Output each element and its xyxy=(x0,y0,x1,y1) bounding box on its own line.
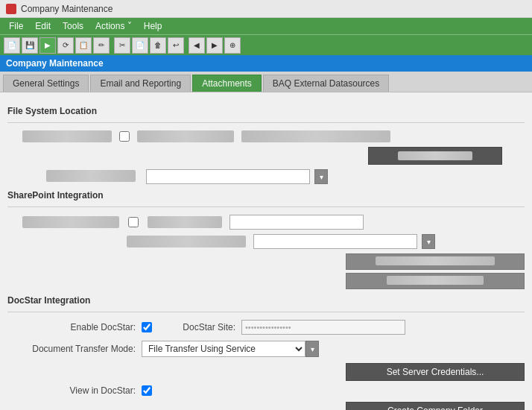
sp-row2: ▾ xyxy=(7,234,525,249)
transfer-mode-browse-btn[interactable]: ▾ xyxy=(305,341,319,357)
section-divider-3 xyxy=(7,312,525,312)
sp-action-btn1[interactable] xyxy=(346,253,525,270)
fs-pubmode-label-redacted xyxy=(46,170,136,182)
fs-field2-redacted xyxy=(137,130,234,142)
toolbar-refresh[interactable]: ⟳ xyxy=(57,37,74,54)
app-icon xyxy=(6,4,16,14)
docstar-integration-section: DocStar Integration Enable DocStar: DocS… xyxy=(7,295,525,410)
tab-general-settings[interactable]: General Settings xyxy=(3,75,89,92)
menu-file[interactable]: File xyxy=(3,19,29,33)
toolbar-paste[interactable]: 📄 xyxy=(132,37,148,54)
menu-actions[interactable]: Actions ˅ xyxy=(89,19,138,33)
toolbar-home[interactable]: ⊕ xyxy=(224,37,241,54)
fs-pubmode-label xyxy=(22,170,142,184)
fs-pubmode-browse-btn[interactable]: ▾ xyxy=(314,169,328,184)
sp-enable-checkbox[interactable] xyxy=(128,217,139,227)
menu-tools[interactable]: Tools xyxy=(57,19,89,33)
enable-docstar-checkbox[interactable] xyxy=(142,322,152,332)
sp-doctransurl-input[interactable] xyxy=(253,234,417,249)
toolbar: 📄 💾 ▶ ⟳ 📋 ✏ ✂ 📄 🗑 ↩ ◀ ▶ ⊕ xyxy=(0,34,532,55)
menu-edit[interactable]: Edit xyxy=(29,19,57,33)
toolbar-save[interactable]: 💾 xyxy=(22,37,38,54)
docstar-site-input[interactable] xyxy=(241,320,405,335)
toolbar-copy[interactable]: 📋 xyxy=(75,37,92,54)
toolbar-undo[interactable]: ↩ xyxy=(168,37,184,54)
toolbar-new[interactable]: 📄 xyxy=(4,37,20,54)
menu-help[interactable]: Help xyxy=(138,19,168,33)
view-in-docstar-label: View in DocStar: xyxy=(22,385,142,396)
sp-actions xyxy=(7,253,525,289)
sp-openprocs-redacted xyxy=(148,216,222,228)
enable-docstar-label: Enable DocStar: xyxy=(22,322,142,332)
doc-transfer-mode-label: Document Transfer Mode: xyxy=(22,344,142,354)
set-credentials-row: Set Server Credentials... xyxy=(7,363,525,381)
file-system-location-title: File System Location xyxy=(7,106,525,116)
view-in-docstar-checkbox[interactable] xyxy=(142,385,152,396)
fs-field1-redacted xyxy=(22,130,112,142)
doc-transfer-mode-select[interactable]: File Transfer Using Service Direct Trans… xyxy=(142,341,305,357)
fs-row1 xyxy=(7,130,525,142)
sp-row1 xyxy=(7,215,525,230)
main-content: File System Location ▾ Sha xyxy=(0,92,532,410)
toolbar-forward[interactable]: ▶ xyxy=(206,37,223,54)
fs-field3-redacted xyxy=(241,130,390,142)
docstar-row2: Document Transfer Mode: File Transfer Us… xyxy=(7,341,525,357)
docstar-row3: View in DocStar: xyxy=(7,385,525,396)
create-company-folder-button[interactable]: Create Company Folder xyxy=(346,402,525,410)
sp-browse-btn[interactable]: ▾ xyxy=(422,234,435,249)
sp-doctransurl-label-redacted xyxy=(127,236,246,247)
section-divider-2 xyxy=(7,206,525,207)
fs-pubmode-input[interactable] xyxy=(146,169,310,184)
toolbar-run[interactable]: ▶ xyxy=(39,37,56,54)
sp-openprocs-input[interactable] xyxy=(229,215,364,230)
fs-checkbox1[interactable] xyxy=(119,131,130,142)
toolbar-back[interactable]: ◀ xyxy=(189,37,205,54)
section-divider-1 xyxy=(7,122,525,123)
tab-baq-external-datasources[interactable]: BAQ External Datasources xyxy=(263,75,389,92)
toolbar-cut[interactable]: ✂ xyxy=(114,37,130,54)
toolbar-edit[interactable]: ✏ xyxy=(93,37,110,54)
sharepoint-integration-section: SharePoint Integration ▾ xyxy=(7,190,525,289)
toolbar-delete[interactable]: 🗑 xyxy=(150,37,166,54)
title-bar: Company Maintenance xyxy=(0,0,532,18)
window-title: Company Maintenance xyxy=(21,4,113,14)
docstar-title: DocStar Integration xyxy=(7,295,525,306)
breadcrumb-bar: Company Maintenance xyxy=(0,55,532,72)
file-system-location-section: File System Location ▾ xyxy=(7,106,525,184)
sp-action-btn2[interactable] xyxy=(346,273,525,289)
fs-btn-label-redacted xyxy=(398,151,472,160)
docstar-row1: Enable DocStar: DocStar Site: xyxy=(7,320,525,335)
docstar-site-label: DocStar Site: xyxy=(174,322,241,332)
set-server-credentials-button[interactable]: Set Server Credentials... xyxy=(346,363,525,381)
tab-email-and-reporting[interactable]: Email and Reporting xyxy=(90,75,191,92)
create-folder-row: Create Company Folder xyxy=(7,402,525,410)
fs-btn-row xyxy=(7,147,525,165)
fs-row3: ▾ xyxy=(7,169,525,184)
sp-action2-redacted xyxy=(387,276,484,285)
fs-dark-button[interactable] xyxy=(368,147,502,165)
tab-attachments[interactable]: Attachments xyxy=(192,75,262,92)
menu-bar: File Edit Tools Actions ˅ Help xyxy=(0,18,532,34)
breadcrumb: Company Maintenance xyxy=(6,58,104,69)
sp-enablesharepoint-redacted xyxy=(22,216,119,228)
tab-bar: General Settings Email and Reporting Att… xyxy=(0,72,532,92)
sp-action1-redacted xyxy=(376,256,495,265)
sharepoint-title: SharePoint Integration xyxy=(7,190,525,201)
